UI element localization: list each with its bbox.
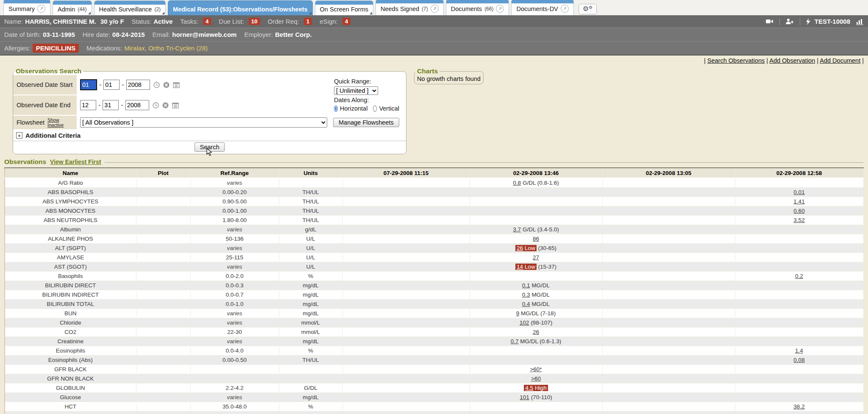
tab-medical-record-53-observations-flowsheets[interactable]: Medical Record (53):Observations/Flowshe… (168, 0, 312, 15)
clear-date-icon[interactable] (163, 82, 170, 88)
observations-title: Observations (4, 158, 46, 166)
observation-value-cell (602, 337, 735, 346)
order-req-badge[interactable]: 1 (304, 18, 312, 25)
clock-icon[interactable] (153, 82, 160, 88)
observation-value-link[interactable]: 0.1 (522, 282, 530, 289)
observation-value-cell (470, 206, 602, 216)
observation-value-link[interactable]: 3.52 (793, 217, 804, 223)
observation-value-link[interactable]: 0.3 (522, 292, 530, 298)
observation-value-link[interactable]: 102 (520, 320, 529, 326)
units: mmol/L (279, 318, 342, 328)
show-inactive-link[interactable]: Show Inactive (47, 117, 73, 128)
observation-value-link[interactable]: 38.2 (793, 403, 804, 410)
tab-needs-signed[interactable]: Needs Signed(7)↗ (376, 0, 444, 15)
observation-name: GLOBULIN (5, 383, 136, 393)
employer-label: Employer: (244, 31, 273, 38)
observation-value-link[interactable]: 14 (517, 264, 523, 270)
tab-on-screen-forms[interactable]: On Screen Forms (315, 0, 373, 15)
observation-value-cell: 0.3 MG/DL (470, 290, 602, 300)
flowsheet-select[interactable]: [ All Observations ] (80, 117, 327, 128)
tab-documents-dv[interactable]: Documents-DV↗ (511, 0, 573, 15)
date-start-month-input[interactable] (80, 79, 97, 90)
observation-value-link[interactable]: 1.41 (793, 198, 804, 205)
horizontal-radio[interactable] (334, 106, 338, 112)
add-observation-link[interactable]: Add Observation (769, 57, 815, 64)
bar-chart-icon[interactable] (856, 18, 864, 25)
date-end-month-input[interactable] (80, 100, 96, 110)
observation-value-link[interactable]: 86 (533, 236, 539, 242)
observation-value-cell: 1.4 (735, 346, 863, 356)
observation-value-link[interactable]: 0.60 (793, 208, 804, 214)
date-start-day-input[interactable] (103, 80, 120, 90)
observation-value-link[interactable]: 101 (520, 394, 529, 400)
additional-criteria-row[interactable]: + Additional Criteria (13, 130, 406, 141)
tab-documents[interactable]: Documents(66)↗ (446, 0, 509, 15)
observation-value-link[interactable]: >60 (531, 375, 541, 382)
observation-name: BILIRUBIN TOTAL (5, 300, 136, 309)
add-person-icon[interactable] (786, 18, 794, 25)
lightning-icon[interactable] (806, 18, 810, 25)
esign-badge[interactable]: 4 (342, 18, 351, 25)
date-start-year-input[interactable] (126, 80, 150, 90)
date-end-year-input[interactable] (125, 100, 149, 110)
date-end-day-input[interactable] (103, 100, 119, 110)
settings-gears-icon[interactable]: ⚙⚙ (579, 4, 597, 14)
date-separator: - (98, 101, 100, 109)
clock-icon[interactable] (153, 102, 159, 108)
tasks-badge[interactable]: 4 (203, 18, 211, 25)
observation-value-link[interactable]: 26 (533, 329, 539, 335)
observation-value-link[interactable]: 0.8 (513, 180, 521, 186)
medication-link[interactable]: Miralax (124, 44, 145, 52)
observation-value-link[interactable]: >60* (530, 366, 542, 372)
video-camera-icon[interactable] (766, 18, 773, 25)
observation-value-link[interactable]: 3.7 (513, 226, 521, 233)
vertical-radio[interactable] (373, 106, 377, 112)
search-observations-link[interactable]: Search Observations (707, 57, 765, 64)
calendar-icon[interactable] (173, 82, 180, 88)
observation-value-link[interactable]: 27 (533, 254, 539, 261)
observation-value-link[interactable]: 0.2 (795, 273, 803, 279)
ref-range: 0.0-1.0 (190, 300, 279, 309)
varies-label: varies (227, 310, 242, 317)
tab-label: Health Surveillance (99, 6, 152, 13)
observation-value-link[interactable]: 26 (517, 245, 523, 251)
observation-value-link[interactable]: 1.4 (795, 347, 803, 354)
observation-value-link[interactable]: 0.01 (793, 189, 804, 195)
plot-cell (136, 272, 190, 281)
observation-name: BILIRUBIN DIRECT (5, 281, 136, 290)
tab-summary[interactable]: Summary↗ (3, 0, 50, 15)
calendar-icon[interactable] (172, 102, 179, 108)
tab-health-surveillance[interactable]: Health Surveillance(2) (94, 0, 166, 15)
quick-range-select[interactable]: [ Unlimited ] (334, 86, 378, 95)
dropdown-corner-icon (309, 12, 312, 14)
medication-link[interactable]: Ortho Tri-Cyclen (28) (148, 44, 208, 52)
observation-value-link[interactable]: 9 (516, 310, 520, 317)
manage-flowsheets-cell: Manage Flowsheets (331, 116, 406, 130)
manage-flowsheets-button[interactable]: Manage Flowsheets (333, 118, 399, 127)
observation-name: HCT (5, 402, 136, 411)
allergy-badge[interactable]: PENICILLINS (33, 44, 79, 53)
units: U/L (279, 234, 342, 244)
observation-value-cell: 9 MG/DL (7-18) (470, 309, 602, 318)
table-row: BILIRUBIN INDIRECT0.0-0.7mg/dL0.3 MG/DL (5, 290, 863, 300)
units: TH/UL (279, 188, 342, 197)
observation-value-cell (735, 374, 863, 383)
observation-value-link[interactable]: 0.08 (793, 357, 804, 363)
clear-date-icon[interactable] (162, 102, 169, 108)
observation-value-cell (342, 383, 470, 393)
due-list-badge[interactable]: 10 (249, 18, 260, 25)
view-earliest-first-link[interactable]: View Earliest First (50, 158, 101, 165)
tab-admin[interactable]: Admin(44) (53, 0, 92, 15)
observation-value-cell (342, 262, 470, 272)
observation-value-cell (342, 374, 470, 383)
expand-plus-box-icon[interactable]: + (16, 132, 22, 139)
observation-value-cell: 0.4 MG/DL (470, 300, 602, 309)
add-document-link[interactable]: Add Document (820, 57, 860, 64)
observation-value-link[interactable]: 0.7 (511, 338, 519, 345)
observation-value-link[interactable]: 4.5 (525, 385, 533, 391)
observation-name: Eosinophils (Abs) (5, 356, 136, 365)
table-row: Albuminvariesg/dL3.7 G/DL (3.4-5.0) (5, 225, 863, 234)
charts-panel: Charts No growth charts found (414, 67, 484, 84)
abnormal-flag: 14 Low (515, 264, 537, 270)
observation-value-link[interactable]: 0.4 (522, 301, 530, 307)
